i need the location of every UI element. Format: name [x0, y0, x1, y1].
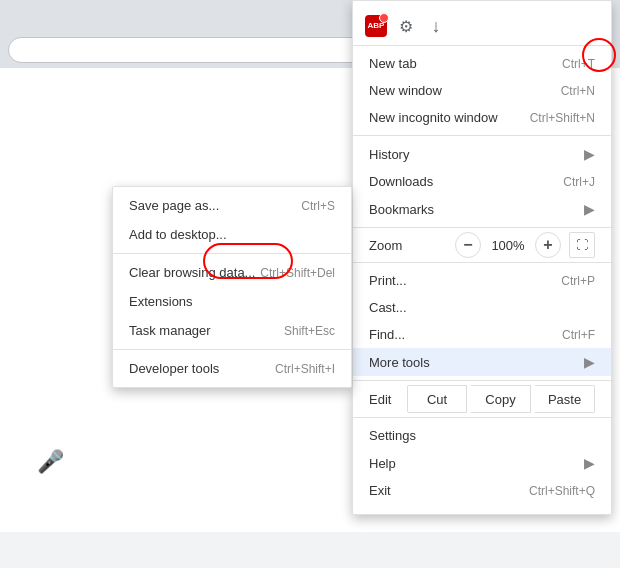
downloads-item[interactable]: Downloads Ctrl+J [353, 168, 611, 195]
new-tab-section: New tab Ctrl+T New window Ctrl+N New inc… [353, 46, 611, 136]
clear-browsing-item[interactable]: Clear browsing data... Ctrl+Shift+Del [113, 258, 351, 287]
developer-tools-item[interactable]: Developer tools Ctrl+Shift+I [113, 354, 351, 383]
settings-section: Settings Help ▶ Exit Ctrl+Shift+Q [353, 418, 611, 508]
cast-item[interactable]: Cast... [353, 294, 611, 321]
more-tools-item[interactable]: More tools ▶ [353, 348, 611, 376]
exit-item[interactable]: Exit Ctrl+Shift+Q [353, 477, 611, 504]
copy-button[interactable]: Copy [471, 385, 531, 413]
bookmarks-item[interactable]: Bookmarks ▶ [353, 195, 611, 223]
find-item[interactable]: Find... Ctrl+F [353, 321, 611, 348]
settings-item[interactable]: Settings [353, 422, 611, 449]
zoom-control: Zoom − 100% + ⛶ [353, 228, 611, 263]
history-item[interactable]: History ▶ [353, 140, 611, 168]
zoom-out-button[interactable]: − [455, 232, 481, 258]
zoom-value: 100% [489, 238, 527, 253]
adblock-plus-icon[interactable]: ABP [365, 15, 387, 37]
add-to-desktop-item[interactable]: Add to desktop... [113, 220, 351, 249]
print-item[interactable]: Print... Ctrl+P [353, 267, 611, 294]
help-item[interactable]: Help ▶ [353, 449, 611, 477]
print-section: Print... Ctrl+P Cast... Find... Ctrl+F M… [353, 263, 611, 381]
zoom-label: Zoom [369, 238, 447, 253]
cut-button[interactable]: Cut [407, 385, 467, 413]
submenu-divider [113, 253, 351, 254]
menu-header: ABP ⚙ ↓ [353, 7, 611, 46]
new-tab-item[interactable]: New tab Ctrl+T [353, 50, 611, 77]
fullscreen-button[interactable]: ⛶ [569, 232, 595, 258]
paste-button[interactable]: Paste [535, 385, 595, 413]
puzzle-icon[interactable]: ⚙ [395, 15, 417, 37]
new-window-item[interactable]: New window Ctrl+N [353, 77, 611, 104]
more-tools-submenu: Save page as... Ctrl+S Add to desktop...… [112, 186, 352, 388]
history-section: History ▶ Downloads Ctrl+J Bookmarks ▶ [353, 136, 611, 228]
zoom-in-button[interactable]: + [535, 232, 561, 258]
edit-label: Edit [369, 392, 403, 407]
microphone-icon[interactable]: 🎤 [30, 442, 70, 482]
task-manager-item[interactable]: Task manager Shift+Esc [113, 316, 351, 345]
submenu-divider-2 [113, 349, 351, 350]
download-icon[interactable]: ↓ [425, 15, 447, 37]
new-incognito-item[interactable]: New incognito window Ctrl+Shift+N [353, 104, 611, 131]
save-page-as-item[interactable]: Save page as... Ctrl+S [113, 191, 351, 220]
chrome-menu: ABP ⚙ ↓ New tab Ctrl+T New window Ctrl+N… [352, 0, 612, 515]
extensions-item[interactable]: Extensions [113, 287, 351, 316]
edit-section: Edit Cut Copy Paste [353, 381, 611, 418]
